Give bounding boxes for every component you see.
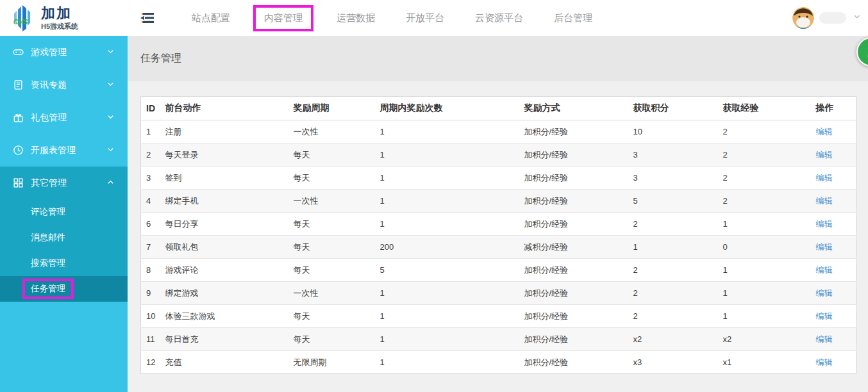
edit-link[interactable]: 编辑 (816, 357, 833, 367)
table-row: 4绑定手机一次性1加积分/经验52编辑 (141, 190, 856, 213)
cell-times: 1 (375, 143, 519, 167)
sidebar-subitem-0[interactable]: 评论管理 (0, 199, 128, 225)
column-header-1: 前台动作 (160, 97, 288, 120)
gift-icon (13, 112, 24, 123)
cell-operation: 编辑 (811, 120, 856, 143)
cell-cycle: 每天 (288, 213, 375, 236)
brand-logo-icon: CMS (8, 3, 37, 33)
sidebar-item-label: 资讯专题 (31, 79, 67, 91)
cell-points: 10 (628, 120, 718, 143)
cell-points: 5 (628, 190, 718, 213)
helper-icon (865, 45, 868, 58)
cell-mode: 加积分/经验 (519, 305, 628, 328)
edit-link[interactable]: 编辑 (816, 334, 833, 344)
cell-points: 2 (628, 213, 718, 236)
chevron-down-icon (106, 113, 115, 123)
user-menu[interactable] (792, 0, 862, 36)
cell-mode: 减积分/经验 (519, 236, 628, 259)
sidebar-item-label: 其它管理 (31, 177, 67, 189)
cell-times: 1 (375, 167, 519, 190)
cell-mode: 加积分/经验 (519, 328, 628, 351)
sidebar-item-3[interactable]: 开服表管理 (0, 134, 128, 167)
cell-mode: 加积分/经验 (519, 120, 628, 143)
edit-link[interactable]: 编辑 (816, 311, 833, 321)
cell-mode: 加积分/经验 (519, 351, 628, 374)
cell-action: 每日首充 (160, 328, 288, 351)
cell-id: 9 (141, 282, 160, 305)
cell-action: 签到 (160, 167, 288, 190)
nav-item-1[interactable]: 内容管理 (253, 5, 313, 31)
cell-points: 1 (628, 236, 718, 259)
avatar[interactable] (792, 7, 814, 29)
edit-link[interactable]: 编辑 (816, 265, 833, 275)
column-header-0: ID (141, 97, 160, 120)
sidebar-subitem-3[interactable]: 任务管理 (0, 276, 128, 302)
sidebar: 游戏管理资讯专题礼包管理开服表管理其它管理评论管理消息邮件搜索管理任务管理 (0, 36, 128, 392)
cell-operation: 编辑 (811, 259, 856, 282)
top-nav: 站点配置内容管理运营数据开放平台云资源平台后台管理 (176, 5, 608, 31)
cell-operation: 编辑 (811, 190, 856, 213)
cell-operation: 编辑 (811, 328, 856, 351)
edit-link[interactable]: 编辑 (816, 150, 833, 159)
cell-id: 7 (141, 236, 160, 259)
edit-link[interactable]: 编辑 (816, 219, 833, 229)
edit-link[interactable]: 编辑 (816, 196, 833, 206)
sidebar-item-label: 礼包管理 (31, 112, 67, 124)
sidebar-item-label: 开服表管理 (31, 145, 76, 156)
brand-title: 加加 (41, 6, 78, 21)
column-header-6: 获取经验 (718, 97, 811, 120)
cell-id: 3 (141, 167, 160, 190)
sidebar-item-2[interactable]: 礼包管理 (0, 101, 128, 134)
sidebar-item-0[interactable]: 游戏管理 (0, 36, 128, 69)
cell-times: 1 (375, 282, 519, 305)
cell-exp: 0 (718, 236, 811, 259)
nav-item-2[interactable]: 运营数据 (337, 12, 375, 24)
cell-times: 1 (375, 351, 519, 374)
edit-link[interactable]: 编辑 (816, 127, 833, 136)
table-header-row: ID前台动作奖励周期周期内奖励次数奖励方式获取积分获取经验操作 (141, 97, 856, 120)
sidebar-subitem-label: 任务管理 (22, 279, 74, 299)
cell-operation: 编辑 (811, 236, 856, 259)
nav-item-4[interactable]: 云资源平台 (475, 12, 523, 24)
chevron-down-icon (853, 12, 862, 24)
edit-link[interactable]: 编辑 (816, 173, 833, 183)
table-row: 3签到每天1加积分/经验32编辑 (141, 167, 856, 190)
nav-item-5[interactable]: 后台管理 (554, 12, 592, 24)
table-row: 2每天登录每天1加积分/经验32编辑 (141, 143, 856, 167)
sidebar-subitem-1[interactable]: 消息邮件 (0, 225, 128, 250)
cell-id: 4 (141, 190, 160, 213)
cell-mode: 加积分/经验 (519, 282, 628, 305)
sidebar-subitem-2[interactable]: 搜索管理 (0, 250, 128, 276)
top-header: CMS 加加 H5游戏系统 站点配置内容管理运营数据开放平台云资源平台后台管理 (0, 0, 868, 36)
edit-link[interactable]: 编辑 (816, 242, 833, 252)
task-table-panel: ID前台动作奖励周期周期内奖励次数奖励方式获取积分获取经验操作 1注册一次性1加… (140, 96, 856, 374)
cell-mode: 加积分/经验 (519, 259, 628, 282)
username-redacted (819, 12, 846, 24)
sidebar-item-1[interactable]: 资讯专题 (0, 69, 128, 101)
cell-action: 领取礼包 (160, 236, 288, 259)
cell-id: 6 (141, 213, 160, 236)
cell-cycle: 一次性 (288, 120, 375, 143)
sidebar-subitem-label: 评论管理 (31, 206, 65, 218)
edit-link[interactable]: 编辑 (816, 288, 833, 298)
sidebar-toggle-icon[interactable] (139, 11, 156, 25)
news-icon (13, 79, 24, 90)
nav-item-3[interactable]: 开放平台 (406, 12, 444, 24)
cell-action: 充值 (160, 351, 288, 374)
cell-mode: 加积分/经验 (519, 190, 628, 213)
cell-exp: 1 (718, 282, 811, 305)
cell-times: 1 (375, 213, 519, 236)
cell-cycle: 每天 (288, 236, 375, 259)
cell-times: 1 (375, 120, 519, 143)
sidebar-item-4[interactable]: 其它管理 (0, 167, 128, 199)
brand-badge: CMS (13, 19, 28, 26)
sidebar-item-label: 游戏管理 (31, 47, 67, 58)
cell-operation: 编辑 (811, 351, 856, 374)
nav-item-0[interactable]: 站点配置 (192, 12, 230, 24)
main-content: 任务管理 ID前台动作奖励周期周期内奖励次数奖励方式获取积分获取经验操作 1注册… (128, 36, 868, 392)
cell-action: 注册 (160, 120, 288, 143)
page-title: 任务管理 (140, 52, 181, 65)
cell-points: 3 (628, 167, 718, 190)
table-row: 9绑定游戏一次性1加积分/经验21编辑 (141, 282, 856, 305)
grid-icon (13, 177, 24, 188)
